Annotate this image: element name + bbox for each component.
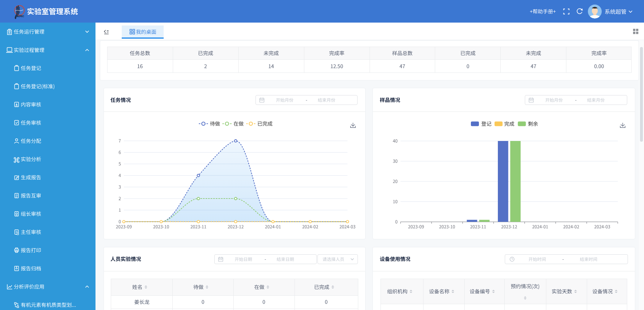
- svg-text:INOPEC: INOPEC: [16, 15, 24, 17]
